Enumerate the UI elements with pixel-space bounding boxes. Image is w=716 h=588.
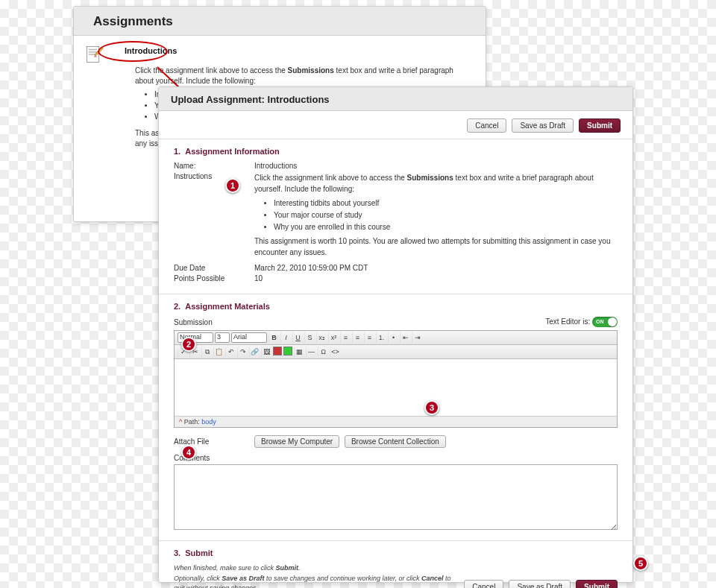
browse-my-computer-button[interactable]: Browse My Computer <box>254 435 339 448</box>
svg-rect-3 <box>89 54 95 55</box>
instructions-label: Instructions <box>174 172 254 180</box>
assignment-document-icon <box>84 45 105 64</box>
editor-textarea[interactable] <box>175 359 617 416</box>
hr-icon[interactable]: — <box>306 347 316 357</box>
due-date-value: March 22, 2010 10:59:00 PM CDT <box>254 264 618 272</box>
section-number: 1. <box>174 147 180 156</box>
instructions-content: Click the assignment link above to acces… <box>254 172 618 258</box>
instr-pre: Click the assignment link above to acces… <box>254 174 407 182</box>
paste-icon[interactable]: 📋 <box>213 347 224 357</box>
section-assignment-information: 1.Assignment Information Name: Introduct… <box>159 139 632 294</box>
font-family-select[interactable]: Arial <box>231 332 267 343</box>
text-color-icon[interactable] <box>273 347 282 355</box>
superscript-icon[interactable]: x² <box>328 332 339 343</box>
text-editor-label: Text Editor is: <box>545 317 590 326</box>
top-button-row: Cancel Save as Draft Submit <box>159 111 632 139</box>
italic-icon[interactable]: I <box>280 332 291 343</box>
underline-icon[interactable]: U <box>292 332 303 343</box>
due-date-label: Due Date <box>174 264 254 272</box>
html-icon[interactable]: <> <box>330 347 340 357</box>
upload-assignment-title: Upload Assignment: Introductions <box>171 94 621 105</box>
indent-icon[interactable]: ⇥ <box>412 332 422 343</box>
copy-icon[interactable]: ⧉ <box>201 347 212 357</box>
callout-3: 3 <box>424 400 439 415</box>
submit-button-bottom[interactable]: Submit <box>576 580 618 589</box>
upload-assignment-header: Upload Assignment: Introductions <box>159 87 632 111</box>
symbol-icon[interactable]: Ω <box>318 347 328 357</box>
instructions-pre: Click the assignment link above to acces… <box>135 66 288 75</box>
section-title: Submit <box>185 549 213 557</box>
svg-rect-1 <box>89 49 97 51</box>
instr-worth: This assignment is worth 10 points. You … <box>254 235 618 258</box>
save-draft-button[interactable]: Save as Draft <box>512 118 574 133</box>
points-possible-label: Points Possible <box>174 274 254 282</box>
editor-path-bar: ^ Path: body <box>175 416 617 427</box>
list-unordered-icon[interactable]: • <box>388 332 398 343</box>
link-icon[interactable]: 🔗 <box>249 347 260 357</box>
text-editor-toggle[interactable]: ON <box>592 317 618 327</box>
attach-file-label: Attach File <box>174 437 254 446</box>
align-right-icon[interactable]: ≡ <box>364 332 374 343</box>
callout-2: 2 <box>181 337 196 352</box>
name-label: Name: <box>174 162 254 170</box>
submit-instructions: When finished, make sure to click Submit… <box>174 563 452 588</box>
cancel-button-bottom[interactable]: Cancel <box>464 580 503 589</box>
outdent-icon[interactable]: ⇤ <box>400 332 410 343</box>
callout-4: 4 <box>181 445 196 460</box>
font-size-select[interactable]: 3 <box>215 332 230 343</box>
section-title: Assignment Materials <box>185 302 270 311</box>
strike-icon[interactable]: S <box>304 332 315 343</box>
list-item: Interesting tidbits about yourself <box>274 197 618 209</box>
editor-toolbar-row-2: ✓ ✂ ⧉ 📋 ↶ ↷ 🔗 🖼 ▦ — Ω <> <box>175 345 617 359</box>
svg-rect-2 <box>89 51 97 53</box>
instr-bold: Submissions <box>407 174 453 182</box>
undo-icon[interactable]: ↶ <box>225 347 236 357</box>
subscript-icon[interactable]: x₂ <box>316 332 327 343</box>
path-label: Path: <box>184 418 202 426</box>
path-body-link[interactable]: body <box>201 418 216 426</box>
align-center-icon[interactable]: ≡ <box>352 332 362 343</box>
bold-icon[interactable]: B <box>268 332 279 343</box>
comments-label: Comments <box>174 454 618 462</box>
section-number: 2. <box>174 302 180 311</box>
section-2-heading: 2.Assignment Materials <box>174 302 618 311</box>
section-submit: 3.Submit When finished, make sure to cli… <box>159 541 632 588</box>
instructions-bold: Submissions <box>288 66 334 75</box>
highlight-color-icon[interactable] <box>283 347 292 355</box>
submission-label: Submission <box>174 318 213 326</box>
section-3-heading: 3.Submit <box>174 549 618 557</box>
table-icon[interactable]: ▦ <box>294 347 304 357</box>
points-possible-value: 10 <box>254 274 618 282</box>
rich-text-editor: Normal 3 Arial B I U S x₂ x² ≡ ≡ ≡ 1. • … <box>174 330 618 428</box>
assignments-title: Assignments <box>93 14 466 29</box>
redo-icon[interactable]: ↷ <box>237 347 248 357</box>
list-ordered-icon[interactable]: 1. <box>376 332 386 343</box>
image-icon[interactable]: 🖼 <box>261 347 271 357</box>
editor-toolbar-row-1: Normal 3 Arial B I U S x₂ x² ≡ ≡ ≡ 1. • … <box>175 331 617 345</box>
browse-content-collection-button[interactable]: Browse Content Collection <box>345 435 446 448</box>
align-left-icon[interactable]: ≡ <box>340 332 351 343</box>
name-value: Introductions <box>254 162 618 170</box>
submit-button[interactable]: Submit <box>579 118 621 133</box>
save-draft-button-bottom[interactable]: Save as Draft <box>509 580 571 589</box>
assignments-panel-header: Assignments <box>74 7 486 36</box>
upload-assignment-panel: Upload Assignment: Introductions Cancel … <box>158 86 633 583</box>
section-title: Assignment Information <box>185 147 280 156</box>
section-1-heading: 1.Assignment Information <box>174 147 618 156</box>
section-number: 3. <box>174 549 180 557</box>
introductions-link[interactable]: Introductions <box>125 46 177 55</box>
cancel-button[interactable]: Cancel <box>467 118 506 133</box>
list-item: Why you are enrolled in this course <box>274 221 618 233</box>
callout-5: 5 <box>633 556 648 571</box>
callout-1: 1 <box>225 178 240 193</box>
section-assignment-materials: 2.Assignment Materials Submission Text E… <box>159 294 632 541</box>
list-item: Your major course of study <box>274 209 618 221</box>
comments-textarea[interactable] <box>174 464 618 530</box>
